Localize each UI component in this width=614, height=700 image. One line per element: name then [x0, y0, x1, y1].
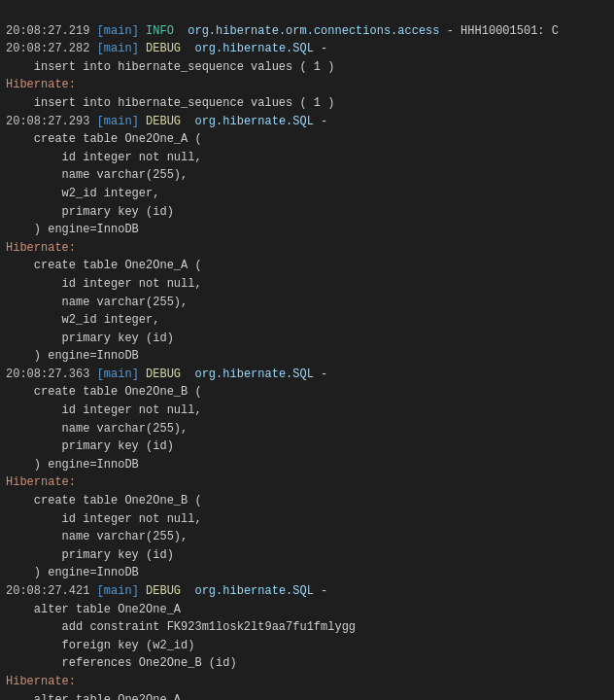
log-line: 20:08:27.363 [main] DEBUG org.hibernate.… — [6, 366, 608, 384]
log-line: ) engine=InnoDB — [6, 347, 608, 366]
log-line: primary key (id) — [6, 330, 608, 348]
log-line: name varchar(255), — [6, 528, 608, 546]
log-line: alter table One2One_A — [6, 691, 608, 700]
log-line: id integer not null, — [6, 149, 608, 167]
log-line: 20:08:27.219 [main] INFO org.hibernate.o… — [6, 22, 608, 41]
log-line: primary key (id) — [6, 203, 608, 222]
log-line: foreign key (w2_id) — [6, 637, 608, 655]
log-line: ) engine=InnoDB — [6, 221, 608, 239]
log-line: create table One2One_A ( — [6, 257, 608, 275]
log-line: insert into hibernate_sequence values ( … — [6, 58, 608, 77]
log-line: primary key (id) — [6, 438, 608, 456]
log-line: id integer not null, — [6, 275, 608, 294]
log-line: alter table One2One_A — [6, 601, 608, 619]
log-line: id integer not null, — [6, 510, 608, 529]
log-line: 20:08:27.282 [main] DEBUG org.hibernate.… — [6, 40, 608, 58]
log-line: id integer not null, — [6, 402, 608, 420]
log-line: w2_id integer, — [6, 185, 608, 203]
log-line: name varchar(255), — [6, 166, 608, 185]
console-output: 20:08:27.219 [main] INFO org.hibernate.o… — [0, 0, 614, 700]
log-line: references One2One_B (id) — [6, 654, 608, 673]
log-line: Hibernate: — [6, 76, 608, 94]
log-line: Hibernate: — [6, 239, 608, 258]
log-line: Hibernate: — [6, 673, 608, 691]
log-line: name varchar(255), — [6, 420, 608, 438]
log-line: create table One2One_B ( — [6, 383, 608, 402]
log-line: create table One2One_B ( — [6, 492, 608, 510]
log-line: ) engine=InnoDB — [6, 564, 608, 582]
log-line: 20:08:27.421 [main] DEBUG org.hibernate.… — [6, 582, 608, 601]
log-line: add constraint FK923m1losk2lt9aa7fu1fmly… — [6, 618, 608, 637]
log-line: w2_id integer, — [6, 311, 608, 330]
log-line: name varchar(255), — [6, 294, 608, 312]
log-line: Hibernate: — [6, 473, 608, 492]
log-line: 20:08:27.293 [main] DEBUG org.hibernate.… — [6, 113, 608, 131]
log-line: primary key (id) — [6, 546, 608, 565]
log-line: create table One2One_A ( — [6, 130, 608, 149]
log-line: insert into hibernate_sequence values ( … — [6, 94, 608, 113]
log-line: ) engine=InnoDB — [6, 456, 608, 474]
